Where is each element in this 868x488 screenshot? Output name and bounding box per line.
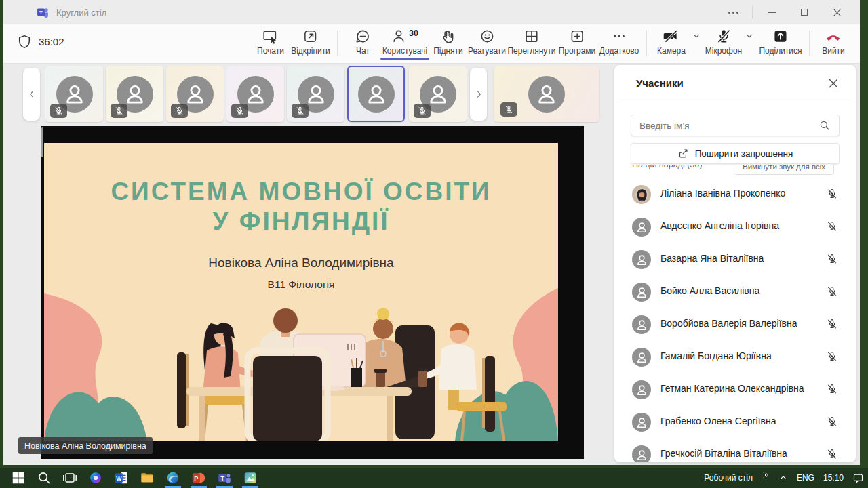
- show-hidden-icons-chevron-icon[interactable]: [778, 473, 788, 483]
- taskbar-search-button[interactable]: [31, 468, 57, 488]
- maximize-button[interactable]: [791, 2, 818, 22]
- task-view-icon: [62, 470, 77, 485]
- desktop-edge-right: [860, 0, 868, 468]
- participant-row[interactable]: Бойко Алла Василівна: [614, 276, 856, 308]
- presenter-tile[interactable]: [494, 66, 599, 122]
- filmstrip-next-button[interactable]: [470, 68, 487, 121]
- powerpoint-button[interactable]: P: [186, 468, 212, 488]
- toolbar-divider: [337, 30, 338, 56]
- participant-row[interactable]: Авдєєнко Ангеліна Ігорівна: [614, 211, 856, 243]
- edge-button[interactable]: [160, 468, 186, 488]
- participant-name: Воробйова Валерія Валеріївна: [660, 318, 797, 329]
- word-button[interactable]: W: [108, 468, 134, 488]
- slide-title: СИСТЕМА МОВНОЇ ОСВІТИ У ФІНЛЯНДІЇ: [98, 177, 505, 236]
- participant-row[interactable]: Гречкосій Віталіна Віталіївна: [614, 439, 856, 462]
- minimize-button[interactable]: [758, 2, 785, 22]
- participant-row[interactable]: Воробйова Валерія Валеріївна: [614, 308, 856, 341]
- camera-off-icon: [663, 28, 680, 45]
- close-panel-icon[interactable]: [826, 76, 841, 91]
- view-button[interactable]: Переглянути: [507, 28, 555, 56]
- mic-off-icon: [826, 188, 838, 200]
- participant-row[interactable]: Ліліана Іванівна Прокопенко: [614, 178, 856, 211]
- participants-panel: Учасники Поширити запрошення На цій нара…: [614, 65, 856, 462]
- participant-row[interactable]: Гетман Катерина Олександрівна: [614, 373, 856, 406]
- powerpoint-icon: P: [191, 470, 206, 485]
- more-button[interactable]: Додатково: [599, 28, 639, 56]
- mic-off-icon: [826, 220, 838, 232]
- mic-off-badge: [50, 104, 67, 118]
- windows-taskbar: W P T: [0, 468, 868, 488]
- slide-author: Новікова Аліна Володимирівна: [44, 256, 558, 270]
- start-button[interactable]: [5, 468, 31, 488]
- desktop-toolbar-label[interactable]: Робочий стіл: [704, 473, 753, 483]
- camera-button[interactable]: Камера: [657, 28, 686, 56]
- clock[interactable]: 15:10: [823, 473, 844, 483]
- unpin-button[interactable]: Відкріпити: [291, 28, 330, 56]
- mic-off-icon: [826, 318, 838, 330]
- react-button[interactable]: Реагувати: [468, 28, 506, 56]
- people-count-badge: 30: [409, 28, 418, 38]
- notifications-chat-icon[interactable]: [852, 472, 864, 484]
- participant-row[interactable]: Базарна Яна Віталіївна: [614, 243, 856, 276]
- participant-tile[interactable]: [166, 66, 224, 122]
- close-window-button[interactable]: [823, 2, 850, 22]
- window-more-icon[interactable]: [719, 2, 747, 22]
- participant-name: Гамалій Богдана Юріївна: [660, 350, 772, 361]
- toolbar-divider: [809, 30, 810, 56]
- mic-dropdown-chevron-icon[interactable]: [745, 31, 754, 41]
- search-input[interactable]: [631, 121, 818, 131]
- edge-icon: [165, 470, 180, 485]
- participant-name: Ліліана Іванівна Прокопенко: [660, 188, 785, 199]
- avatar: [632, 445, 651, 462]
- more-dots-icon: [611, 28, 628, 45]
- toolbar-expand-icon[interactable]: [762, 472, 770, 480]
- participant-tile[interactable]: [287, 66, 344, 122]
- start-presenting-button[interactable]: Почати: [257, 28, 284, 56]
- in-meeting-section: На цій нараді (30) Вимкнути звук для всі…: [631, 165, 840, 175]
- share-invite-button[interactable]: Поширити запрошення: [631, 143, 840, 164]
- mic-off-badge: [500, 102, 517, 117]
- presentation-stage[interactable]: СИСТЕМА МОВНОЇ ОСВІТИ У ФІНЛЯНДІЇ Новіко…: [41, 126, 584, 459]
- popout-icon: [302, 28, 319, 45]
- apps-button[interactable]: Програми: [559, 28, 596, 56]
- share-button[interactable]: Поділитися: [759, 28, 802, 56]
- raise-hand-button[interactable]: Підняти: [433, 28, 463, 56]
- people-button[interactable]: 30 Користувачі: [380, 28, 429, 60]
- photos-button[interactable]: [237, 468, 263, 488]
- participant-tile-active-speaker[interactable]: [347, 66, 405, 122]
- participant-tile[interactable]: [106, 66, 163, 122]
- leave-button[interactable]: Вийти: [822, 28, 845, 56]
- copilot-button[interactable]: [83, 468, 108, 488]
- participant-tile[interactable]: [226, 66, 284, 122]
- participant-row[interactable]: Грабенко Олена Сергіївна: [614, 406, 856, 439]
- grid-view-icon: [524, 28, 540, 45]
- chat-button[interactable]: Чат: [355, 28, 372, 56]
- mic-button[interactable]: Мікрофон: [705, 28, 742, 56]
- participants-header: Учасники: [614, 65, 856, 102]
- avatar: [358, 76, 395, 113]
- task-view-button[interactable]: [57, 468, 83, 488]
- language-indicator[interactable]: ENG: [797, 473, 814, 483]
- mic-off-badge: [231, 104, 248, 118]
- leave-call-icon: [825, 28, 842, 45]
- participant-tile[interactable]: [409, 66, 467, 122]
- stage-scrollbar[interactable]: [41, 127, 43, 157]
- svg-text:W: W: [116, 475, 122, 482]
- camera-dropdown-chevron-icon[interactable]: [692, 31, 701, 41]
- participant-tile[interactable]: [45, 66, 103, 122]
- participant-list: Ліліана Іванівна Прокопенко Авдєєнко Анг…: [614, 178, 856, 462]
- search-icon[interactable]: [818, 119, 831, 131]
- file-explorer-button[interactable]: [134, 468, 160, 488]
- file-explorer-icon: [140, 470, 155, 485]
- screen-share-icon: [262, 28, 279, 45]
- filmstrip-prev-button[interactable]: [23, 68, 40, 121]
- mute-all-button[interactable]: Вимкнути звук для всіх: [734, 165, 834, 175]
- svg-text:T: T: [39, 9, 43, 16]
- avatar: [528, 76, 565, 113]
- teams-button[interactable]: T: [212, 468, 237, 488]
- participant-search[interactable]: [631, 115, 840, 136]
- participant-name: Базарна Яна Віталіївна: [660, 253, 764, 264]
- svg-text:T: T: [221, 475, 225, 482]
- participant-row[interactable]: Гамалій Богдана Юріївна: [614, 341, 856, 373]
- avatar: [632, 315, 651, 334]
